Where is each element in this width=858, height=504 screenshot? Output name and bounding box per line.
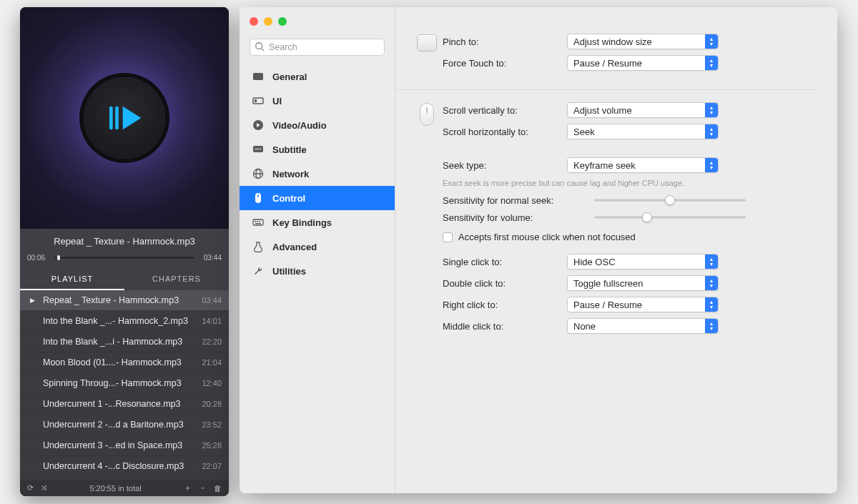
track-duration: 25:28 [202, 441, 222, 450]
app-logo-icon [84, 77, 165, 159]
pinch-label: Pinch to: [443, 36, 558, 47]
firstclick-checkbox[interactable] [443, 232, 453, 242]
svg-point-2 [256, 43, 262, 49]
middleclick-select[interactable]: None▴▾ [567, 318, 719, 334]
list-item[interactable]: Into the Blank _...i - Hammock.mp322:20 [20, 332, 229, 352]
mouse-section: Scroll vertically to: Adjust volume▴▾ Sc… [395, 90, 820, 352]
trackpad-section: Pinch to: Adjust window size▴▾ Force Tou… [395, 21, 820, 90]
trash-icon[interactable]: 🗑 [214, 484, 222, 493]
shuffle-icon[interactable]: ⤭ [41, 483, 47, 493]
forcetouch-label: Force Touch to: [443, 58, 558, 69]
search-icon [255, 41, 265, 54]
sidebar-item-general[interactable]: General [240, 64, 395, 89]
window-controls [250, 17, 287, 26]
minimize-icon[interactable] [264, 17, 272, 26]
now-playing-title: Repeat _ Texture - Hammock.mp3 [20, 229, 229, 251]
tab-chapters[interactable]: CHAPTERS [124, 269, 229, 290]
svg-rect-6 [255, 99, 257, 102]
svg-rect-4 [253, 73, 263, 80]
scrollh-select[interactable]: Seek▴▾ [567, 124, 719, 139]
track-name: Undercurrent 1 -...Resonance.mp3 [43, 399, 196, 409]
utilities-icon [252, 265, 264, 277]
sidebar-item-label: UI [272, 96, 282, 107]
playlist-total-duration: 5:20:55 in total [54, 484, 177, 493]
middleclick-label: Middle click to: [443, 321, 558, 332]
tab-playlist[interactable]: PLAYLIST [20, 269, 124, 290]
sidebar-item-label: Video/Audio [272, 120, 327, 131]
sidebar-item-label: Utilities [272, 266, 306, 277]
rightclick-label: Right click to: [443, 300, 558, 310]
scrollv-label: Scroll vertically to: [443, 105, 558, 116]
doubleclick-label: Double click to: [443, 278, 558, 289]
list-item[interactable]: Spinning Throug...- Hammock.mp312:40 [20, 373, 229, 394]
track-duration: 14:01 [202, 317, 222, 325]
list-item[interactable]: Undercurrent 3 -...ed in Space.mp325:28 [20, 435, 229, 456]
rightclick-select[interactable]: Pause / Resume▴▾ [567, 297, 719, 312]
mouse-icon [411, 100, 443, 340]
track-duration: 03:44 [202, 296, 222, 305]
remove-icon[interactable]: － [199, 483, 207, 493]
control-icon [252, 192, 264, 204]
singleclick-select[interactable]: Hide OSC▴▾ [567, 254, 719, 270]
track-name: Spinning Throug...- Hammock.mp3 [43, 378, 196, 388]
trackpad-icon [411, 31, 443, 76]
svg-rect-16 [257, 194, 259, 197]
doubleclick-value: Toggle fullscreen [573, 278, 644, 289]
pinch-select[interactable]: Adjust window size▴▾ [567, 34, 719, 49]
svg-rect-18 [255, 221, 256, 222]
track-duration: 12:40 [202, 379, 222, 387]
zoom-icon[interactable] [278, 17, 287, 26]
player-footer: ⟳ ⤭ 5:20:55 in total ＋ － 🗑 [20, 480, 229, 496]
sens-vol-slider[interactable] [594, 212, 746, 223]
list-item[interactable]: ▶Repeat _ Texture - Hammock.mp303:44 [20, 290, 229, 311]
search-input[interactable] [250, 39, 385, 56]
svg-rect-17 [253, 219, 263, 225]
sidebar-item-ui[interactable]: UI [240, 89, 395, 113]
sidebar-item-advanced[interactable]: Advanced [240, 234, 395, 259]
list-item[interactable]: Undercurrent 1 -...Resonance.mp320:28 [20, 394, 229, 415]
seektype-value: Keyframe seek [573, 160, 636, 171]
firstclick-label: Accepts first mouse click when not focus… [458, 232, 636, 242]
list-item[interactable]: Into the Blank _...- Hammock_2.mp314:01 [20, 311, 229, 332]
sidebar-item-utilities[interactable]: Utilities [240, 259, 395, 283]
close-icon[interactable] [250, 17, 258, 26]
rightclick-value: Pause / Resume [573, 300, 642, 310]
list-item[interactable]: Undercurrent 2 -...d a Baritone.mp323:52 [20, 415, 229, 435]
sidebar-item-label: Subtitle [272, 144, 307, 155]
list-item[interactable]: Undercurrent 4 -...c Disclosure.mp322:07 [20, 456, 229, 477]
svg-line-3 [262, 49, 265, 51]
player-window: Repeat _ Texture - Hammock.mp3 00:06 03:… [20, 7, 229, 496]
forcetouch-select[interactable]: Pause / Resume▴▾ [567, 55, 719, 71]
playlist[interactable]: ▶Repeat _ Texture - Hammock.mp303:44Into… [20, 290, 229, 480]
scrollv-select[interactable]: Adjust volume▴▾ [567, 102, 719, 118]
search-field-wrap [250, 39, 385, 56]
sens-seek-slider[interactable] [594, 194, 746, 206]
sidebar-item-videoaudio[interactable]: Video/Audio [240, 113, 395, 137]
singleclick-value: Hide OSC [573, 257, 616, 267]
svg-rect-1 [115, 107, 119, 130]
playing-indicator-icon: ▶ [30, 297, 37, 304]
sidebar-item-subtitle[interactable]: Subtitle [240, 137, 395, 162]
scrollh-label: Scroll horizontally to: [443, 127, 558, 137]
sidebar-item-keybindings[interactable]: Key Bindings [240, 210, 395, 234]
sidebar-item-control[interactable]: Control [240, 186, 395, 210]
advanced-icon [252, 241, 264, 252]
progress-bar[interactable] [54, 257, 194, 259]
seektype-select[interactable]: Keyframe seek▴▾ [567, 157, 719, 173]
loop-icon[interactable]: ⟳ [27, 483, 34, 493]
svg-rect-21 [255, 223, 261, 224]
track-name: Into the Blank _...- Hammock_2.mp3 [43, 316, 196, 326]
svg-rect-20 [259, 221, 260, 222]
subtitle-icon [252, 144, 264, 155]
network-icon [252, 168, 264, 179]
middleclick-value: None [573, 321, 596, 332]
time-elapsed: 00:06 [27, 254, 49, 262]
add-icon[interactable]: ＋ [184, 483, 192, 493]
doubleclick-select[interactable]: Toggle fullscreen▴▾ [567, 275, 719, 291]
ui-icon [252, 95, 264, 107]
seektype-hint: Exact seek is more precise but can cause… [443, 179, 820, 187]
list-item[interactable]: Moon Blood (01....- Hammock.mp321:04 [20, 352, 229, 373]
sidebar-item-label: Control [272, 193, 305, 204]
sidebar-item-network[interactable]: Network [240, 162, 395, 186]
sens-seek-label: Sensitivity for normal seek: [443, 195, 586, 206]
